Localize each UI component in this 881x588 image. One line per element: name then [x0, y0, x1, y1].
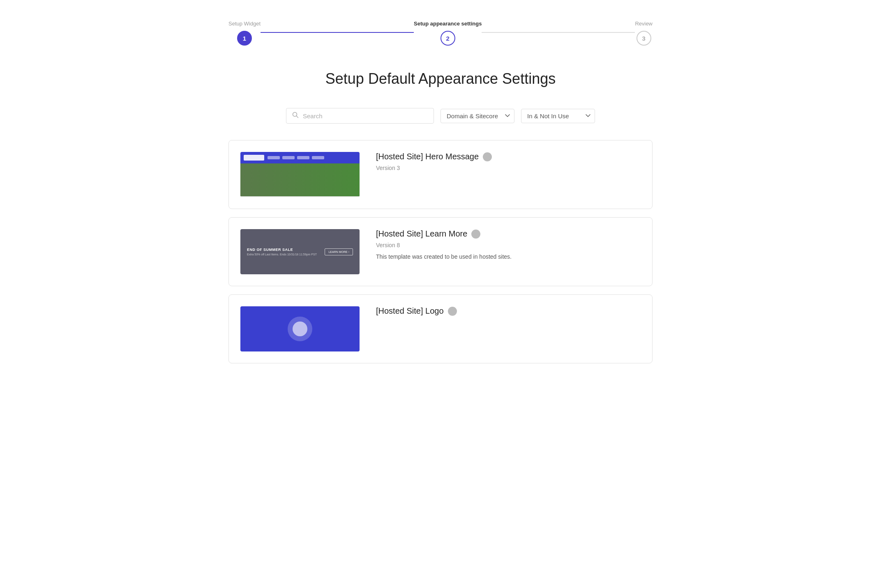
svg-line-1 — [297, 116, 298, 118]
domain-dropdown[interactable]: Domain & Sitecore Domain Only Sitecore O… — [441, 109, 514, 123]
search-wrapper[interactable] — [286, 108, 434, 124]
stepper-line-2 — [482, 32, 635, 33]
card-thumbnail-hero — [240, 152, 360, 197]
card-learn-more: END OF SUMMER SALE Extra 50% off Last It… — [228, 217, 653, 286]
step-1-label: Setup Widget — [228, 21, 261, 27]
card-description-learn: This template was created to be used in … — [376, 253, 641, 260]
stepper-line-1 — [261, 32, 414, 33]
card-status-icon-logo — [448, 307, 457, 316]
card-content-logo: [Hosted Site] Logo — [376, 306, 641, 321]
search-icon — [292, 112, 299, 120]
step-3-label: Review — [635, 21, 653, 27]
card-title-hero: [Hosted Site] Hero Message — [376, 152, 479, 161]
step-2-circle: 2 — [441, 31, 455, 46]
card-content-learn: [Hosted Site] Learn More Version 8 This … — [376, 229, 641, 260]
step-1-circle: 1 — [237, 31, 252, 46]
card-status-icon-learn — [471, 230, 480, 239]
card-version-learn: Version 8 — [376, 242, 641, 248]
card-title-learn: [Hosted Site] Learn More — [376, 229, 467, 239]
card-title-logo: [Hosted Site] Logo — [376, 306, 444, 316]
card-thumbnail-logo — [240, 306, 360, 351]
usage-dropdown[interactable]: In & Not In Use In Use Not In Use — [521, 109, 595, 123]
step-3: Review 3 — [635, 21, 653, 46]
stepper: Setup Widget 1 Setup appearance settings… — [228, 16, 653, 46]
card-logo: [Hosted Site] Logo — [228, 294, 653, 363]
step-2-label: Setup appearance settings — [414, 21, 482, 27]
step-2: Setup appearance settings 2 — [414, 21, 482, 46]
card-version-hero: Version 3 — [376, 165, 641, 171]
cards-list: [Hosted Site] Hero Message Version 3 END… — [228, 140, 653, 363]
step-3-circle: 3 — [637, 31, 651, 46]
card-status-icon-hero — [483, 152, 492, 161]
search-input[interactable] — [303, 113, 428, 119]
step-1: Setup Widget 1 — [228, 21, 261, 46]
card-content-hero: [Hosted Site] Hero Message Version 3 — [376, 152, 641, 176]
card-thumbnail-learn: END OF SUMMER SALE Extra 50% off Last It… — [240, 229, 360, 274]
filters-row: Domain & Sitecore Domain Only Sitecore O… — [228, 108, 653, 124]
page-title: Setup Default Appearance Settings — [228, 70, 653, 87]
card-hero-message: [Hosted Site] Hero Message Version 3 — [228, 140, 653, 209]
